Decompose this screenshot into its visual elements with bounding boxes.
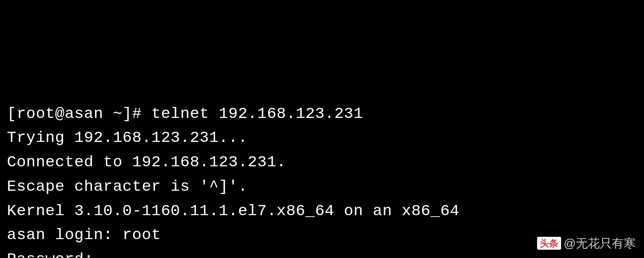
terminal-line: [root@asan ~]# telnet 192.168.123.231 [7, 102, 637, 126]
watermark-author: @无花只有寒 [564, 234, 636, 252]
terminal-line: Trying 192.168.123.231... [7, 126, 637, 150]
watermark-logo-icon: 头条 [537, 237, 561, 250]
terminal-line: Escape character is '^]'. [7, 175, 637, 199]
watermark: 头条 @无花只有寒 [537, 234, 636, 252]
terminal-line: Connected to 192.168.123.231. [7, 150, 637, 175]
terminal-line: Kernel 3.10.0-1160.11.1.el7.x86_64 on an… [7, 199, 637, 223]
